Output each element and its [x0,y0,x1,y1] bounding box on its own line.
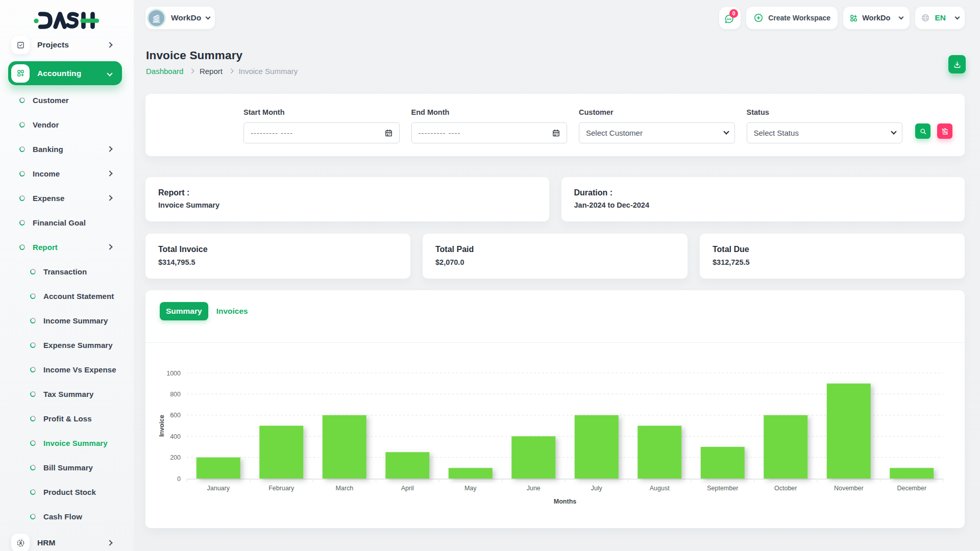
sidebar-item-projects[interactable]: Projects [8,33,122,57]
bar-september[interactable] [701,447,745,479]
sidebar-item-income-summary[interactable]: Income Summary [8,308,122,333]
reset-filter-button[interactable] [937,123,952,139]
messages-button[interactable]: 0 [719,7,741,29]
building-icon [151,13,162,23]
svg-text:Months: Months [554,498,576,505]
stats-row: Total Invoice $314,795.5 Total Paid $2,0… [145,234,965,279]
bar-december[interactable] [890,468,934,479]
status-select[interactable]: Select Status [747,122,903,143]
breadcrumb-link[interactable]: Invoice Summary [238,67,298,76]
bar-november[interactable] [827,384,871,479]
bar-june[interactable] [511,436,555,479]
svg-text:200: 200 [170,454,181,461]
svg-text:October: October [774,485,797,492]
sidebar-item-accounting[interactable]: Accounting [8,61,122,85]
invoice-chart: 02004006008001000JanuaryFebruaryMarchApr… [145,343,965,528]
bullet-icon [30,366,36,372]
chevron-right-icon [107,195,112,201]
bullet-icon [19,219,25,226]
report-value: Invoice Summary [158,201,536,209]
end-month-input[interactable]: --------- ---- [411,122,568,143]
chart-card: SummaryInvoices 02004006008001000January… [145,290,965,528]
svg-text:February: February [268,485,295,492]
chevron-right-icon [107,42,112,47]
breadcrumb-link[interactable]: Report [200,67,223,76]
bullet-icon [30,342,36,348]
tab-summary[interactable]: Summary [160,302,208,320]
sidebar-item-product-stock[interactable]: Product Stock [8,480,122,504]
bar-february[interactable] [259,426,303,479]
bar-april[interactable] [385,452,429,479]
bullet-icon [30,391,36,397]
bar-august[interactable] [638,426,681,479]
stat-card-total-paid: Total Paid $2,070.0 [423,234,688,279]
sidebar-item-bill-summary[interactable]: Bill Summary [8,455,122,480]
bar-july[interactable] [575,415,619,479]
grid-plus-icon [849,14,858,22]
svg-text:400: 400 [170,433,181,440]
sidebar-item-profit-loss[interactable]: Profit & Loss [8,406,122,431]
sidebar-item-tax-summary[interactable]: Tax Summary [8,382,122,406]
sidebar-item-financial-goal[interactable]: Financial Goal [8,210,122,235]
breadcrumb-link[interactable]: Dashboard [146,67,183,76]
svg-text:November: November [834,485,864,492]
sidebar-item-expense-summary[interactable]: Expense Summary [8,333,122,357]
chevron-down-icon [899,15,904,20]
sidebar: Projects Accounting Customer Vendor [0,0,134,551]
bar-may[interactable] [449,468,493,479]
sidebar-item-customer[interactable]: Customer [8,88,122,112]
end-month-label: End Month [411,108,568,116]
sidebar-item-account-statement[interactable]: Account Statement [8,284,122,308]
bar-january[interactable] [197,458,240,479]
stat-label: Total Paid [435,245,675,254]
sidebar-item-report[interactable]: Report [8,235,122,259]
sidebar-item-banking[interactable]: Banking [8,137,122,161]
create-workspace-button[interactable]: Create Workspace [746,7,838,29]
apply-filter-button[interactable] [915,123,930,139]
sidebar-nav: Projects Accounting Customer Vendor [8,33,122,551]
start-month-field: Start Month --------- ---- [243,108,400,156]
sidebar-item-transaction[interactable]: Transaction [8,259,122,284]
svg-text:September: September [707,485,738,492]
workspace-menu-button[interactable]: WorkDo [843,7,910,29]
svg-text:Invoice: Invoice [158,415,165,437]
report-card: Report : Invoice Summary [145,177,549,221]
sidebar-item-invoice-summary[interactable]: Invoice Summary [8,431,122,455]
stat-label: Total Due [713,245,952,254]
sidebar-item-hrm[interactable]: HRM [8,531,122,551]
topbar: WorkDo 0 [145,7,965,29]
sidebar-item-vendor[interactable]: Vendor [8,112,122,137]
duration-value: Jan-2024 to Dec-2024 [574,201,952,209]
stat-card-total-invoice: Total Invoice $314,795.5 [145,234,410,279]
breadcrumb-item-report: Report [200,67,239,76]
customer-select[interactable]: Select Customer [579,122,735,143]
bullet-icon [19,146,25,152]
breadcrumb-item-dashboard: Dashboard [146,67,200,76]
sidebar-item-income-vs-expense[interactable]: Income Vs Expense [8,357,122,382]
bullet-icon [30,464,36,470]
tab-invoices[interactable]: Invoices [216,307,248,316]
status-field: Status Select Status [747,108,903,156]
filter-card: Start Month --------- ---- End Month ---… [145,94,965,156]
bar-march[interactable] [323,415,366,479]
calendar-icon [552,129,560,137]
workspace-switcher-button[interactable]: WorkDo [145,7,215,29]
grid-plus-icon [11,64,30,83]
language-button[interactable]: EN [915,7,965,29]
bar-october[interactable] [764,415,807,479]
status-label: Status [747,108,903,116]
chevron-down-icon [206,15,211,20]
stat-value: $2,070.0 [435,258,675,266]
svg-text:July: July [591,485,603,492]
sidebar-item-cash-flow[interactable]: Cash Flow [8,504,122,529]
download-button[interactable] [948,55,966,73]
brand-logo[interactable] [33,9,99,32]
breadcrumb-item-invoice-summary: Invoice Summary [238,67,298,76]
sidebar-item-income[interactable]: Income [8,161,122,186]
bullet-icon [30,440,36,446]
checkbox-icon [11,36,30,54]
page-title: Invoice Summary [146,49,242,62]
svg-text:June: June [527,485,541,492]
start-month-input[interactable]: --------- ---- [243,122,400,143]
sidebar-item-expense[interactable]: Expense [8,186,122,210]
